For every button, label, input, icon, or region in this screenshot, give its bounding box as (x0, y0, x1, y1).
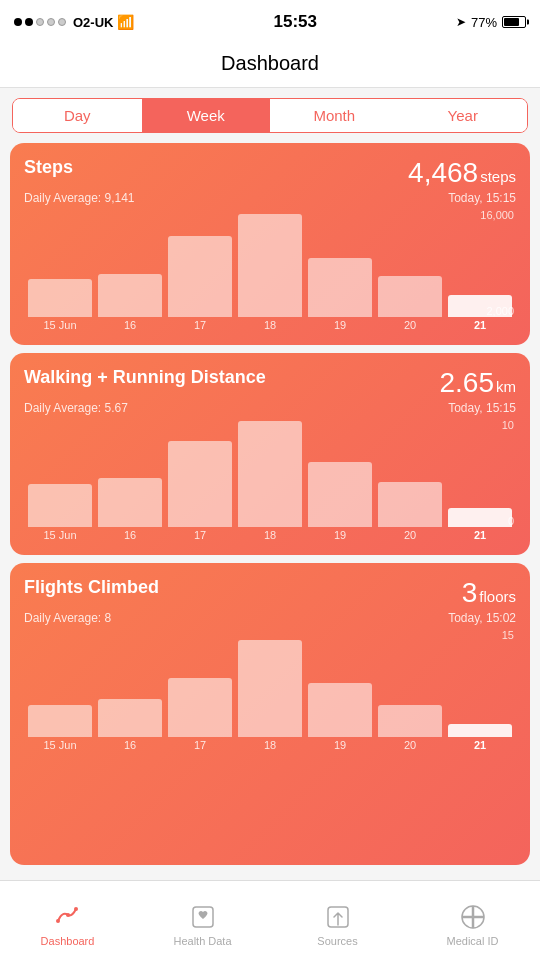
steps-card-header: Steps 4,468 steps (24, 157, 516, 189)
tab-dashboard[interactable]: Dashboard (0, 895, 135, 947)
status-bar: O2-UK 📶 15:53 ➤ 77% (0, 0, 540, 44)
signal-dots (14, 18, 66, 26)
steps-top-label: 16,000 (480, 209, 514, 221)
dot-5 (58, 18, 66, 26)
fx-label-6: 21 (448, 739, 512, 751)
x-label-1: 16 (98, 319, 162, 331)
tab-dashboard-label: Dashboard (41, 935, 95, 947)
walking-avg: Daily Average: 5.67 (24, 401, 128, 415)
dot-2 (25, 18, 33, 26)
steps-chart: 16,000 2,000 15 Jun 16 17 18 19 20 21 (24, 209, 516, 339)
f-bar-group-3 (238, 629, 302, 737)
w-bar-group-5 (378, 419, 442, 527)
page-title: Dashboard (0, 52, 540, 75)
bar-group-2 (168, 209, 232, 317)
fx-label-3: 18 (238, 739, 302, 751)
svg-point-0 (56, 919, 60, 923)
fx-label-4: 19 (308, 739, 372, 751)
bar-group-4 (308, 209, 372, 317)
tab-month[interactable]: Month (270, 99, 399, 132)
flights-x-labels: 15 Jun 16 17 18 19 20 21 (24, 737, 516, 751)
x-label-2: 17 (168, 319, 232, 331)
dot-3 (36, 18, 44, 26)
w-bar-group-3 (238, 419, 302, 527)
steps-card: Steps 4,468 steps Daily Average: 9,141 T… (10, 143, 530, 345)
x-label-3: 18 (238, 319, 302, 331)
steps-bars (24, 209, 516, 317)
walking-card: Walking + Running Distance 2.65 km Daily… (10, 353, 530, 555)
flights-top-label: 15 (502, 629, 514, 641)
flights-today: Today, 15:02 (448, 611, 516, 625)
flights-title: Flights Climbed (24, 577, 159, 598)
x-label-4: 19 (308, 319, 372, 331)
steps-today: Today, 15:15 (448, 191, 516, 205)
walking-x-labels: 15 Jun 16 17 18 19 20 21 (24, 527, 516, 541)
tab-sources[interactable]: Sources (270, 895, 405, 947)
wx-label-5: 20 (378, 529, 442, 541)
walking-card-header: Walking + Running Distance 2.65 km (24, 367, 516, 399)
steps-sub: Daily Average: 9,141 Today, 15:15 (24, 191, 516, 205)
f-bar-group-1 (98, 629, 162, 737)
period-tabs: Day Week Month Year (12, 98, 528, 133)
dot-4 (47, 18, 55, 26)
walking-bottom-label: 0 (508, 515, 514, 527)
status-left: O2-UK 📶 (14, 14, 134, 30)
cards-container: Steps 4,468 steps Daily Average: 9,141 T… (0, 143, 540, 865)
steps-title: Steps (24, 157, 73, 178)
bottom-tab-bar: Dashboard Health Data Sources Medical ID (0, 880, 540, 960)
tab-day[interactable]: Day (13, 99, 142, 132)
dot-1 (14, 18, 22, 26)
f-bar-group-6 (448, 629, 512, 737)
flights-avg: Daily Average: 8 (24, 611, 111, 625)
page-title-bar: Dashboard (0, 44, 540, 88)
fx-label-2: 17 (168, 739, 232, 751)
w-bar-group-2 (168, 419, 232, 527)
walking-bars (24, 419, 516, 527)
health-data-icon (189, 903, 217, 931)
tab-week[interactable]: Week (142, 99, 271, 132)
w-bar-group-1 (98, 419, 162, 527)
fx-label-5: 20 (378, 739, 442, 751)
bar-group-1 (98, 209, 162, 317)
tab-medical-id[interactable]: Medical ID (405, 895, 540, 947)
tab-health-data[interactable]: Health Data (135, 895, 270, 947)
walking-top-label: 10 (502, 419, 514, 431)
steps-value: 4,468 steps (408, 157, 516, 189)
walking-unit: km (496, 378, 516, 395)
x-label-6: 21 (448, 319, 512, 331)
flights-chart: 15 15 Jun 16 17 18 19 20 21 (24, 629, 516, 759)
flights-unit: floors (479, 588, 516, 605)
status-time: 15:53 (273, 12, 316, 32)
sources-icon (324, 903, 352, 931)
tab-year[interactable]: Year (399, 99, 528, 132)
bar-group-3 (238, 209, 302, 317)
steps-number: 4,468 (408, 157, 478, 189)
status-right: ➤ 77% (456, 15, 526, 30)
walking-chart: 10 0 15 Jun 16 17 18 19 20 21 (24, 419, 516, 549)
location-icon: ➤ (456, 15, 466, 29)
flights-card-header: Flights Climbed 3 floors (24, 577, 516, 609)
walking-number: 2.65 (440, 367, 495, 399)
f-bar-group-5 (378, 629, 442, 737)
wx-label-2: 17 (168, 529, 232, 541)
tab-medical-id-label: Medical ID (447, 935, 499, 947)
wx-label-4: 19 (308, 529, 372, 541)
steps-unit: steps (480, 168, 516, 185)
svg-point-2 (74, 907, 78, 911)
fx-label-1: 16 (98, 739, 162, 751)
flights-number: 3 (462, 577, 478, 609)
walking-today: Today, 15:15 (448, 401, 516, 415)
bar-group-0 (28, 209, 92, 317)
steps-avg: Daily Average: 9,141 (24, 191, 135, 205)
wx-label-0: 15 Jun (28, 529, 92, 541)
svg-point-1 (66, 913, 70, 917)
walking-value: 2.65 km (440, 367, 517, 399)
fx-label-0: 15 Jun (28, 739, 92, 751)
wx-label-6: 21 (448, 529, 512, 541)
x-label-0: 15 Jun (28, 319, 92, 331)
f-bar-group-2 (168, 629, 232, 737)
medical-id-icon (459, 903, 487, 931)
flights-bars (24, 629, 516, 737)
tab-health-data-label: Health Data (173, 935, 231, 947)
wx-label-1: 16 (98, 529, 162, 541)
